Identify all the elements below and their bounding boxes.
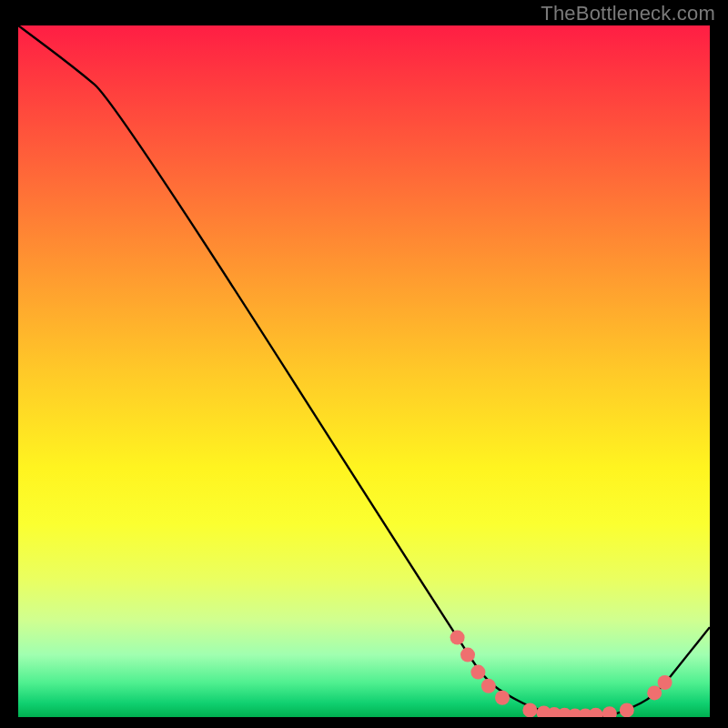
highlight-dot bbox=[495, 691, 510, 705]
highlight-dot bbox=[658, 675, 672, 690]
highlight-dot bbox=[470, 665, 485, 680]
highlight-dot bbox=[481, 679, 496, 693]
plot-area bbox=[18, 25, 710, 717]
highlight-dot bbox=[522, 703, 537, 717]
chart-frame: TheBottleneck.com bbox=[0, 0, 728, 728]
highlight-dot bbox=[647, 685, 662, 700]
highlight-dot bbox=[602, 706, 617, 717]
chart-svg bbox=[18, 25, 710, 717]
watermark-text: TheBottleneck.com bbox=[541, 2, 715, 25]
highlight-dot bbox=[460, 648, 475, 662]
highlight-dot bbox=[589, 708, 603, 717]
highlight-dot bbox=[620, 703, 634, 717]
highlight-dot bbox=[450, 631, 465, 645]
curve-line bbox=[18, 25, 710, 717]
